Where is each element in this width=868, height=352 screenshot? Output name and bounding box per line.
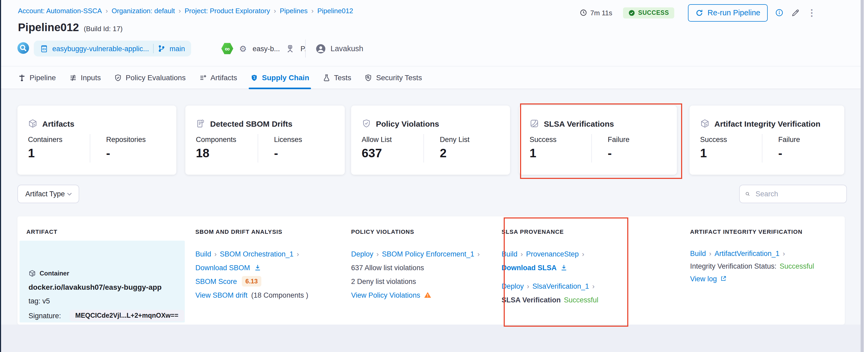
card-artifact-integrity: Artifact Integrity Verification Success … <box>689 105 844 175</box>
execution-tabs: Pipeline Inputs Policy Evaluations Artif… <box>1 66 861 89</box>
stat-value: - <box>274 146 278 160</box>
artifact-image-name: docker.io/lavakush07/easy-buggy-app <box>29 283 161 291</box>
stat-label: Components <box>196 136 236 143</box>
download-slsa-link[interactable]: Download SLSA <box>502 264 557 271</box>
info-icon[interactable] <box>775 8 783 17</box>
integrity-view-log[interactable]: View log <box>690 272 814 285</box>
slsa-icon <box>530 119 539 128</box>
download-sbom[interactable]: Download SBOM <box>195 261 308 275</box>
chevron-right-icon <box>527 282 529 290</box>
allow-list-violations: 637 Allow list violations <box>351 261 483 275</box>
stage-link[interactable]: Build <box>502 250 518 258</box>
policy-column: Deploy SBOM Policy Enforcement_1 637 All… <box>351 247 483 302</box>
flask-icon <box>322 74 330 82</box>
step-link[interactable]: SBOM Orchestration_1 <box>220 250 293 258</box>
view-log-link[interactable]: View log <box>690 275 717 283</box>
user-info: Lavakush <box>316 40 363 58</box>
search-input[interactable] <box>754 189 841 198</box>
stat-value: - <box>608 146 612 160</box>
chevron-right-icon <box>105 7 108 15</box>
sbom-drift-row: View SBOM drift (18 Components ) <box>195 288 308 302</box>
tab-policy-evaluations[interactable]: Policy Evaluations <box>114 66 186 89</box>
artifacts-table: ARTIFACT SBOM AND DRIFT ANALYSIS POLICY … <box>18 216 845 325</box>
clock-icon <box>580 9 587 17</box>
cube-icon <box>700 119 710 128</box>
repo-name[interactable]: easybuggy-vulnerable-applic... <box>52 44 149 53</box>
bottom-strip <box>1 325 861 352</box>
step-link[interactable]: SBOM Policy Enforcement_1 <box>382 250 474 258</box>
trigger-info: easy-b... P. <box>221 40 306 58</box>
chevron-right-icon <box>274 7 276 15</box>
artifact-tag: tag: v5 <box>29 297 50 305</box>
view-policy-violations[interactable]: View Policy Violations <box>351 288 483 302</box>
signature-value[interactable]: MEQCICde2Vjl...L+2+mqnOXw== <box>69 310 184 321</box>
breadcrumb-account[interactable]: Account: Automation-SSCA <box>18 7 102 15</box>
tab-pipeline[interactable]: Pipeline <box>18 66 56 89</box>
slsa-verification-links: Deploy SlsaVerification_1 <box>502 279 598 293</box>
stage-link[interactable]: Deploy <box>351 250 373 258</box>
stat-label: Containers <box>28 136 63 143</box>
stat-divider <box>762 134 763 163</box>
chevron-right-icon <box>783 249 785 257</box>
slsa-verification-status: SLSA Verification Successful <box>502 293 598 307</box>
integrity-column: Build ArtifactVerification_1 Integrity V… <box>690 247 814 285</box>
sbom-document-icon <box>196 119 206 128</box>
chevron-right-icon <box>477 250 480 258</box>
stage-link[interactable]: Build <box>195 250 211 258</box>
breadcrumb-project[interactable]: Project: Product Exploratory <box>185 7 270 15</box>
view-sbom-drift-link[interactable]: View SBOM drift <box>195 291 248 299</box>
tab-tests[interactable]: Tests <box>322 66 351 89</box>
stat-value: - <box>778 146 782 160</box>
breadcrumb-organization[interactable]: Organization: default <box>112 7 175 15</box>
step-link[interactable]: ProvenanceStep <box>526 250 579 258</box>
policy-step-links: Deploy SBOM Policy Enforcement_1 <box>351 247 483 261</box>
left-nav-edge <box>0 0 1 352</box>
card-artifacts: Artifacts Containers 1 Repositories - <box>18 105 176 175</box>
sbom-score-badge: 6.13 <box>242 276 261 287</box>
status-value: Successful <box>780 262 814 270</box>
git-branch-icon <box>158 45 165 52</box>
stat-label: Licenses <box>274 136 302 143</box>
tab-label: Policy Evaluations <box>126 73 186 82</box>
artifact-type: Container <box>29 270 69 277</box>
tab-inputs[interactable]: Inputs <box>69 66 101 89</box>
chevron-right-icon <box>297 250 299 258</box>
scrollbar-thumb[interactable] <box>861 0 864 352</box>
status-value: Successful <box>564 296 598 304</box>
stat-label: Success <box>700 136 727 143</box>
stage-link[interactable]: Deploy <box>502 282 524 290</box>
tab-security-tests[interactable]: Security Tests <box>365 66 422 89</box>
artifacts-icon <box>199 74 207 82</box>
security-tests-icon <box>365 74 372 82</box>
rerun-pipeline-button[interactable]: Re-run Pipeline <box>688 4 768 21</box>
gear-icon <box>239 43 247 54</box>
tab-artifacts[interactable]: Artifacts <box>199 66 237 89</box>
meta-divider <box>305 40 306 58</box>
tab-supply-chain[interactable]: Supply Chain <box>250 66 309 89</box>
stat-label: Success <box>530 136 557 143</box>
breadcrumb-pipeline012[interactable]: Pipeline012 <box>317 7 353 15</box>
slsa-column: Build ProvenanceStep Download SLSA Deplo… <box>502 247 598 307</box>
edit-pencil-icon[interactable] <box>791 8 800 17</box>
card-title: Artifact Integrity Verification <box>714 119 820 128</box>
more-options-kebab-icon[interactable] <box>807 8 816 17</box>
view-policy-violations-link[interactable]: View Policy Violations <box>351 291 420 299</box>
download-slsa[interactable]: Download SLSA <box>502 261 598 275</box>
container-cube-icon <box>29 270 36 277</box>
repo-branch-pill[interactable]: easybuggy-vulnerable-applic... main <box>34 41 191 57</box>
step-link[interactable]: ArtifactVerification_1 <box>715 249 780 257</box>
artifact-cell: Container docker.io/lavakush07/easy-bugg… <box>20 241 185 322</box>
chevron-right-icon <box>582 250 584 258</box>
stage-link[interactable]: Build <box>690 249 706 257</box>
download-sbom-link[interactable]: Download SBOM <box>195 264 250 271</box>
breadcrumb: Account: Automation-SSCA Organization: d… <box>18 7 353 15</box>
user-name: Lavakush <box>331 44 363 53</box>
branch-name[interactable]: main <box>169 44 185 53</box>
artifact-type-select[interactable]: Artifact Type <box>18 185 79 203</box>
sbom-score-row: SBOM Score 6.13 <box>195 275 308 288</box>
stat-value: 18 <box>196 146 209 160</box>
breadcrumb-pipelines[interactable]: Pipelines <box>280 7 308 15</box>
sbom-score-link[interactable]: SBOM Score <box>195 277 237 285</box>
tab-label: Pipeline <box>30 73 56 82</box>
step-link[interactable]: SlsaVerification_1 <box>532 282 589 290</box>
